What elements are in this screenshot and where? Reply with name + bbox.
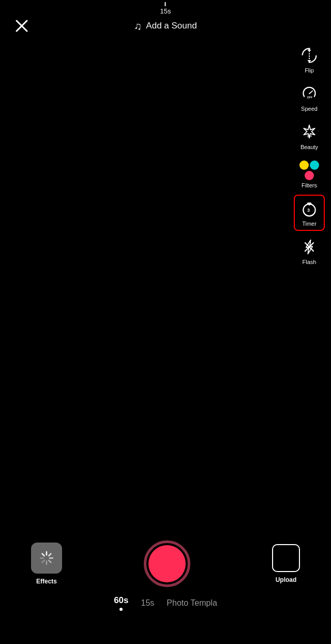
effects-label: Effects (36, 578, 57, 585)
svg-text:3: 3 (307, 208, 310, 213)
timer-icon: 3 (299, 199, 319, 218)
mode-photo-label[interactable]: Photo Templa (167, 598, 217, 608)
record-inner (148, 545, 186, 582)
filter-circle-yellow (299, 160, 309, 170)
speed-label: Speed (301, 106, 318, 112)
top-bar: 15s ♫ Add a Sound (0, 0, 331, 52)
filters-icon (299, 160, 319, 180)
mode-60s[interactable]: 60s (114, 595, 128, 611)
filters-button[interactable]: Filters (294, 156, 325, 193)
flip-icon (299, 46, 319, 65)
flash-label: Flash (303, 259, 317, 265)
beauty-label: Beauty (300, 144, 318, 150)
svg-line-16 (42, 554, 44, 556)
filter-circle-pink (305, 171, 314, 180)
mode-indicator (119, 608, 123, 611)
effects-icon-box (31, 543, 62, 574)
flip-label: Flip (305, 67, 314, 74)
filter-circle-cyan (310, 160, 319, 170)
filters-label: Filters (302, 182, 317, 188)
svg-text:OFF: OFF (307, 135, 312, 138)
flash-icon (299, 237, 319, 257)
right-toolbar: Flip OFF Speed OFF Beauty (294, 41, 325, 269)
music-icon: ♫ (134, 20, 142, 32)
mode-60s-label: 60s (114, 595, 128, 605)
effects-icon (39, 550, 54, 566)
close-button[interactable] (10, 14, 33, 37)
svg-line-19 (42, 560, 44, 562)
timer-button[interactable]: 3 Timer (294, 195, 325, 231)
flash-button[interactable]: Flash (294, 233, 325, 269)
bottom-area: Effects Upload 60s 15s Photo Templa (0, 540, 331, 644)
effects-button[interactable]: Effects (31, 543, 62, 585)
timer-label: Timer (302, 221, 317, 227)
add-sound-label: Add a Sound (146, 21, 197, 31)
timer-tick (165, 2, 166, 6)
svg-text:OFF: OFF (307, 96, 313, 99)
upload-icon-box (272, 544, 300, 572)
speed-icon: OFF (299, 84, 319, 104)
duration-label: 15s (160, 7, 171, 15)
close-icon (14, 19, 29, 33)
bottom-controls: Effects Upload (0, 540, 331, 587)
beauty-icon: OFF (299, 122, 319, 142)
flip-button[interactable]: Flip (294, 41, 325, 78)
mode-15s-label[interactable]: 15s (141, 598, 155, 608)
svg-line-17 (49, 560, 51, 562)
mode-selector: 60s 15s Photo Templa (114, 595, 217, 611)
upload-label: Upload (276, 576, 297, 583)
upload-button[interactable]: Upload (272, 544, 300, 583)
record-button[interactable] (144, 540, 190, 587)
beauty-button[interactable]: OFF Beauty (294, 118, 325, 154)
duration-indicator: 15s (160, 0, 171, 15)
speed-button[interactable]: OFF Speed (294, 80, 325, 116)
svg-line-18 (49, 554, 51, 556)
add-sound-button[interactable]: ♫ Add a Sound (134, 20, 197, 32)
